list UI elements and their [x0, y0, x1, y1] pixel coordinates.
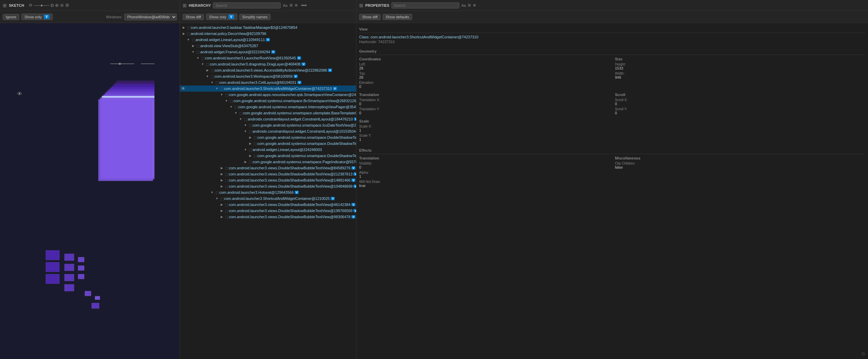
show-defaults-button[interactable]: Show defaults — [383, 14, 412, 20]
timeline-icon: ──●── — [34, 3, 49, 8]
tree-node[interactable]: ▼⬚android.widget.LinearLayout@110949111V — [180, 37, 356, 43]
expand-icon[interactable]: ▶ — [248, 153, 253, 158]
tree-node[interactable]: ▶⬚com.android.launcher3.views.DoubleShad… — [180, 171, 356, 177]
show-only-button[interactable]: Show only V — [21, 14, 52, 20]
expand-icon[interactable]: ▶ — [191, 43, 196, 48]
expand-icon[interactable]: ▼ — [243, 129, 248, 134]
expand-icon[interactable]: ▼ — [186, 37, 191, 42]
node-type-icon: ⬚ — [196, 50, 200, 54]
show-diff-button[interactable]: Show diff — [359, 14, 381, 20]
expand-icon[interactable]: ▼ — [243, 147, 248, 152]
expand-icon[interactable]: ▶ — [248, 135, 253, 140]
scroll-title: Scroll — [615, 93, 866, 97]
simplify-names-button[interactable]: Simplify names — [239, 14, 271, 20]
show-diff-button[interactable]: Show diff — [183, 14, 204, 20]
expand-icon[interactable]: ▶ — [219, 166, 224, 170]
expand-icon[interactable]: ▶ — [219, 178, 224, 183]
expand-icon[interactable]: ▼ — [234, 111, 238, 115]
sketch-header: ⊞ SKETCH ⟳ ──●── ⧉ ⊕ ⊖ ⚙ — [0, 0, 180, 11]
expand-icon[interactable]: ▶ — [219, 172, 224, 176]
expand-icon[interactable]: ▼ — [219, 92, 224, 97]
expand-icon[interactable]: ▼ — [210, 80, 215, 85]
tree-node[interactable]: ▶⬚com.android.launcher3.taskbar.TaskbarM… — [180, 24, 356, 31]
scale-placeholder — [615, 119, 866, 143]
tree-node[interactable]: ▶⬚com.android.launcher3.views.DoubleShad… — [180, 202, 356, 208]
node-label: com.android.launcher3.views.DoubleShadow… — [229, 178, 350, 182]
tree-node[interactable]: ▼⬚com.google.android.systemui.smartspace… — [180, 110, 356, 116]
node-type-icon: ⬚ — [248, 123, 253, 128]
tree-node[interactable]: ▼⬚com.google.android.apps.nexuslauncher.… — [180, 92, 356, 98]
properties-search-input[interactable] — [391, 2, 459, 8]
expand-icon[interactable]: ▶ — [219, 208, 224, 213]
tree-node[interactable]: ▼⬚com.google.android.systemui.smartspace… — [180, 104, 356, 110]
tree-node[interactable]: ▶⬚com.android.launcher3.views.DoubleShad… — [180, 183, 356, 189]
zoom-out-icon[interactable]: ⊖ — [60, 3, 64, 8]
tree-node[interactable]: ▶⬚com.android.launcher3.views.DoubleShad… — [180, 208, 356, 214]
visibility-badge: V — [353, 185, 356, 188]
tree-node[interactable]: ▶⬚com.google.android.systemui.smartspace… — [180, 140, 356, 147]
visibility-badge: V — [353, 172, 356, 176]
tree-node[interactable]: ▼⬚com.android.launcher3.LauncherRootView… — [180, 55, 356, 61]
show-only-label: Show only — [24, 15, 42, 19]
properties-icon3: ⊕ — [473, 3, 476, 7]
expand-icon[interactable]: ▶ — [181, 31, 186, 36]
expand-icon[interactable]: ▼ — [210, 190, 215, 195]
expand-icon[interactable]: ▶ — [248, 141, 253, 146]
tree-node[interactable]: ▼⬚android.widget.FrameLayout@322194294V — [180, 49, 356, 55]
hierarchy-panel: ⊞ HIERARCHY Aa ⊞ ⊕ ••• Show diff Show on… — [180, 0, 356, 359]
settings-icon[interactable]: ⚙ — [65, 3, 69, 8]
expand-icon[interactable]: ▼ — [200, 62, 205, 67]
visibility-badge: V — [351, 203, 355, 206]
expand-icon[interactable]: ▼ — [205, 74, 210, 79]
expand-icon[interactable]: ▶ — [219, 184, 224, 189]
node-type-icon: ⬚ — [229, 98, 234, 103]
expand-icon[interactable]: ▶ — [243, 159, 248, 164]
expand-icon[interactable]: ▶ — [205, 68, 210, 73]
effects-section-title: Effects — [359, 147, 865, 154]
tree-node[interactable]: ▼⬚com.android.launcher3.dragndrop.DragLa… — [180, 61, 356, 67]
expand-icon[interactable]: ▼ — [238, 117, 243, 121]
visibility-badge: V — [295, 191, 299, 194]
ignore-button[interactable]: Ignore — [3, 14, 19, 20]
expand-icon[interactable]: ▶ — [219, 214, 224, 219]
tree-node[interactable]: ▶⬚com.android.launcher3.views.DoubleShad… — [180, 165, 356, 171]
tree-node[interactable]: ▼⬚com.android.launcher3.Workspace@581009… — [180, 73, 356, 79]
elevation-row: Elevation: 0 — [359, 81, 610, 89]
tree-node[interactable]: ▼⬚com.android.launcher3.Hotseat@12964356… — [180, 189, 356, 195]
show-only-button[interactable]: Show only V — [206, 14, 237, 20]
expand-icon[interactable]: ▼ — [215, 196, 219, 201]
expand-icon[interactable]: ▼ — [196, 56, 200, 60]
properties-icon2: ⊞ — [468, 3, 471, 7]
node-type-icon: ⬚ — [234, 105, 238, 109]
tree-node[interactable]: ▼⬚androidx.constraintlayout.widget.Const… — [180, 116, 356, 122]
tree-node[interactable]: 👁▼⬚com.android.launcher3.ShortcutAndWidg… — [180, 86, 356, 92]
expand-icon[interactable]: ▼ — [224, 98, 229, 103]
expand-icon[interactable]: ▼ — [229, 105, 234, 109]
expand-icon[interactable]: ▶ — [219, 202, 224, 207]
tree-node[interactable]: ▶⬚com.android.launcher3.views.DoubleShad… — [180, 177, 356, 183]
expand-icon[interactable]: ▼ — [243, 123, 248, 128]
tree-node[interactable]: ▼⬚com.google.android.systemui.smartspace… — [180, 122, 356, 128]
node-label: android.widget.LinearLayout@224246003 — [253, 148, 322, 152]
tree-node[interactable]: ▶⬚com.google.android.systemui.smartspace… — [180, 159, 356, 165]
expand-icon[interactable]: ▼ — [215, 86, 219, 91]
tree-node[interactable]: ▼⬚androidx.constraintlayout.widget.Const… — [180, 128, 356, 134]
tree-node[interactable]: ▶⬚com.google.android.systemui.smartspace… — [180, 134, 356, 140]
more-options-icon[interactable]: ••• — [301, 2, 307, 8]
tree-node[interactable]: ▼⬚android.widget.LinearLayout@224246003 — [180, 147, 356, 153]
tree-node[interactable]: ▼⬚com.android.launcher3.ShortcutAndWidge… — [180, 195, 356, 202]
tree-node[interactable]: ▶⬚com.android.launcher3.views.DoubleShad… — [180, 214, 356, 220]
tree-node[interactable]: ▼⬚com.google.android.systemui.smartspace… — [180, 98, 356, 104]
windows-select[interactable]: PhoneWindow@ad699de — [124, 14, 177, 20]
tree-node[interactable]: ▶⬚android.internal.policy.DecorView@8210… — [180, 31, 356, 37]
expand-icon[interactable]: ▼ — [191, 50, 196, 54]
expand-icon[interactable]: ▶ — [181, 25, 186, 30]
tree-node[interactable]: ▶⬚com.google.android.systemui.smartspace… — [180, 153, 356, 159]
tree-node[interactable]: ▶⬚com.android.launcher3.views.Accessibil… — [180, 67, 356, 73]
tree-node[interactable]: ▼⬚com.android.launcher3.CellLayout@66104… — [180, 79, 356, 86]
visibility-eye-icon[interactable]: 👁 — [17, 91, 22, 97]
hierarchy-search-input[interactable] — [213, 2, 281, 8]
bottom-right-icon[interactable]: ⊙ — [861, 351, 865, 356]
zoom-in-icon[interactable]: ⊕ — [55, 3, 59, 8]
tree-node[interactable]: ▶⬚android.view.ViewStub@63475287 — [180, 43, 356, 49]
